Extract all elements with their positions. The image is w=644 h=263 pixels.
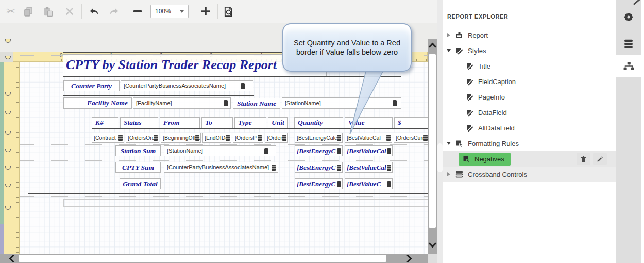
annotation-callout: Set Quantity and Value to a Red border i… bbox=[282, 23, 412, 72]
column-header-quantity[interactable]: Quantity bbox=[294, 117, 343, 128]
detail-field-orders-currency[interactable]: [OrdersCurre bbox=[394, 133, 429, 143]
zoom-in-button[interactable] bbox=[198, 4, 213, 19]
scroll-left-icon[interactable] bbox=[9, 255, 18, 263]
cpty-sum-value-field[interactable]: [BestValueCal bbox=[345, 162, 393, 173]
counter-party-caption-text: Counter Party bbox=[71, 82, 112, 90]
field-list-tab-button[interactable] bbox=[616, 33, 641, 55]
detail-field-contract[interactable]: [Contract bbox=[92, 133, 124, 143]
detail-field-beginning-date[interactable]: [BeginningOfDa bbox=[161, 133, 201, 143]
horizontal-scrollbar-thumb[interactable] bbox=[19, 255, 386, 262]
detail-field-best-value[interactable]: [BestValueCal bbox=[345, 133, 392, 143]
copy-button[interactable] bbox=[21, 4, 36, 19]
style-icon bbox=[466, 93, 473, 101]
detail-field-end-date[interactable]: [EndOfDat bbox=[202, 133, 231, 143]
column-header-text: Value bbox=[348, 119, 365, 126]
chevron-down-icon[interactable] bbox=[447, 49, 451, 52]
data-field-icon bbox=[387, 148, 391, 154]
tree-item-title-style[interactable]: Title bbox=[443, 58, 616, 74]
station-field-text: [StationName] bbox=[285, 100, 321, 106]
tree-item-formatting-rules[interactable]: Formatting Rules bbox=[443, 136, 616, 151]
station-sum-energy-field[interactable]: [BestEnergyC bbox=[295, 145, 343, 156]
detail-field-orders-p[interactable]: [OrdersP bbox=[233, 133, 263, 143]
rule-line[interactable] bbox=[92, 128, 429, 129]
vertical-scrollbar[interactable] bbox=[428, 39, 437, 254]
chevron-right-icon[interactable] bbox=[447, 33, 450, 37]
chevron-right-icon[interactable] bbox=[447, 172, 450, 176]
vertical-scrollbar-thumb[interactable] bbox=[429, 54, 436, 228]
cpty-sum-caption[interactable]: CPTY Sum bbox=[115, 162, 161, 173]
tree-item-label: Negatives bbox=[474, 155, 504, 163]
data-field-icon bbox=[118, 135, 123, 141]
panel-splitter[interactable] bbox=[437, 0, 443, 263]
grand-total-energy-field[interactable]: [BestEnergyC bbox=[295, 178, 343, 189]
edit-rule-button[interactable] bbox=[593, 153, 607, 165]
chevron-down-icon[interactable] bbox=[447, 142, 451, 145]
rule-line[interactable] bbox=[28, 193, 429, 194]
tree-item-altdatafield-style[interactable]: AltDataField bbox=[443, 120, 616, 136]
column-header-unit[interactable]: Unit bbox=[268, 117, 288, 128]
cpty-sum-energy-field[interactable]: [BestEnergyC bbox=[295, 162, 343, 173]
rule-line[interactable] bbox=[63, 76, 401, 77]
cut-button[interactable]: ✂ bbox=[3, 4, 19, 19]
rule-line[interactable] bbox=[63, 95, 254, 96]
column-header-text: Unit bbox=[272, 119, 284, 126]
station-name-field[interactable]: [StationName] bbox=[282, 97, 401, 109]
horizontal-scrollbar[interactable] bbox=[0, 254, 437, 263]
data-field-icon bbox=[272, 165, 276, 171]
facility-name-caption[interactable]: Facility Name bbox=[63, 97, 132, 109]
detail-field-text: [OrdersOrd bbox=[128, 135, 155, 141]
tree-item-label: Formatting Rules bbox=[468, 140, 519, 147]
tree-item-fieldcaption-style[interactable]: FieldCaption bbox=[443, 74, 616, 89]
tree-item-styles[interactable]: Styles bbox=[443, 43, 616, 58]
delete-button[interactable] bbox=[62, 4, 77, 19]
tree-item-crossband-controls[interactable]: Crossband Controls bbox=[443, 167, 616, 182]
annotation-callout-text: Set Quantity and Value to a Red border i… bbox=[293, 38, 401, 57]
column-header-from[interactable]: From bbox=[160, 117, 200, 128]
column-header-k[interactable]: K# bbox=[92, 117, 118, 128]
column-header-text: From bbox=[163, 119, 180, 126]
panel-splitter-handle[interactable] bbox=[437, 143, 443, 172]
data-field-icon bbox=[224, 100, 228, 106]
tree-item-report[interactable]: Report bbox=[443, 27, 616, 43]
scroll-down-icon[interactable] bbox=[429, 240, 437, 248]
column-header-to[interactable]: To bbox=[201, 117, 233, 128]
paste-button[interactable] bbox=[40, 4, 56, 19]
sum-field-text: [BestEnergyC bbox=[297, 147, 335, 155]
tree-item-datafield-style[interactable]: DataField bbox=[443, 105, 616, 120]
zoom-out-button[interactable] bbox=[130, 4, 145, 19]
column-header-value[interactable]: Value bbox=[345, 117, 393, 128]
counter-party-field-text: [CounterPartyBusinessAssociatesName] bbox=[124, 83, 226, 89]
report-explorer-tab-button[interactable] bbox=[616, 55, 641, 77]
station-sum-value-field[interactable]: [BestValueCal bbox=[345, 145, 393, 156]
station-sum-caption[interactable]: Station Sum bbox=[115, 145, 161, 156]
detail-field-order[interactable]: [Order bbox=[265, 133, 288, 143]
undo-button[interactable] bbox=[87, 4, 102, 19]
sum-field-text: [BestValueCal bbox=[347, 163, 386, 171]
tree-item-pageinfo-style[interactable]: PageInfo bbox=[443, 89, 616, 105]
detail-field-orders-ord[interactable]: [OrdersOrd bbox=[126, 133, 159, 143]
properties-tab-button[interactable] bbox=[616, 6, 641, 28]
scroll-right-icon[interactable] bbox=[404, 255, 412, 263]
zoom-level-select[interactable]: 100% bbox=[150, 5, 189, 18]
tree-item-label: Styles bbox=[468, 47, 486, 55]
preview-button[interactable] bbox=[221, 4, 236, 19]
column-header-status[interactable]: Status bbox=[120, 117, 158, 128]
counter-party-field[interactable]: [CounterPartyBusinessAssociatesName] bbox=[121, 80, 253, 91]
facility-name-field[interactable]: [FacilityName] bbox=[133, 97, 231, 109]
station-name-caption[interactable]: Station Name bbox=[233, 98, 280, 109]
grand-total-value-field[interactable]: [BestValueC bbox=[345, 178, 393, 189]
tree-item-negatives[interactable]: Negatives bbox=[443, 151, 616, 167]
delete-rule-button[interactable] bbox=[577, 153, 590, 165]
footer-band-box[interactable] bbox=[63, 199, 429, 207]
detail-field-best-energy[interactable]: [BestEnergyCalc bbox=[295, 133, 343, 143]
column-header-type[interactable]: Type bbox=[234, 117, 266, 128]
grand-total-caption[interactable]: Grand Total bbox=[120, 178, 161, 189]
scroll-up-icon[interactable] bbox=[429, 43, 437, 51]
cpty-sum-field[interactable]: [CounterPartyBusinessAssociatesName] bbox=[164, 162, 278, 173]
counter-party-caption[interactable]: Counter Party bbox=[63, 80, 120, 91]
column-header-text: Status bbox=[124, 119, 142, 126]
redo-button[interactable] bbox=[106, 4, 122, 19]
station-sum-field[interactable]: [StationName] bbox=[164, 145, 276, 156]
formatting-rule-icon bbox=[455, 140, 463, 147]
column-header-currency[interactable]: $ bbox=[394, 117, 429, 128]
